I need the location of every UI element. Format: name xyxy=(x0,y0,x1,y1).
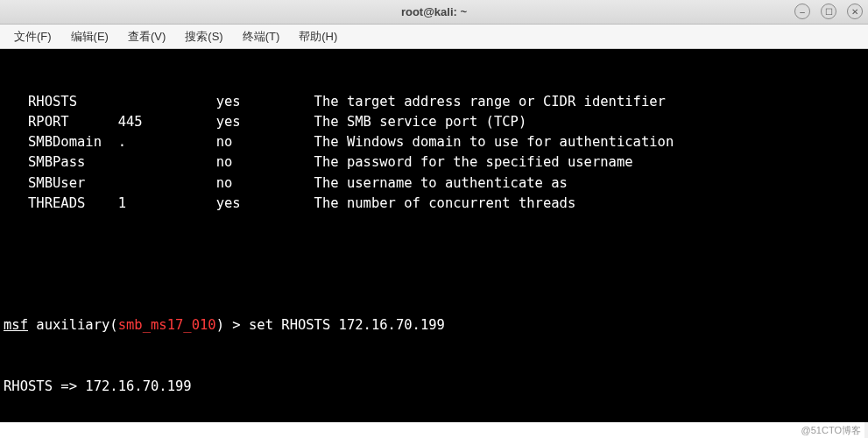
option-row: RPORT 445 yes The SMB service port (TCP) xyxy=(4,112,864,132)
menu-help[interactable]: 帮助(H) xyxy=(290,26,346,47)
titlebar: root@kali: ~ – ☐ ✕ xyxy=(0,0,868,25)
window-title: root@kali: ~ xyxy=(401,5,467,18)
module-options: RHOSTS yes The target address range or C… xyxy=(4,92,864,215)
watermark: @51CTO博客 xyxy=(0,422,864,438)
option-row: SMBUser no The username to authenticate … xyxy=(4,173,864,194)
maximize-button[interactable]: ☐ xyxy=(821,4,836,19)
terminal-area[interactable]: RHOSTS yes The target address range or C… xyxy=(0,49,868,422)
close-button[interactable]: ✕ xyxy=(847,4,863,19)
menu-search[interactable]: 搜索(S) xyxy=(176,26,231,47)
prompt-set: msf auxiliary(smb_ms17_010) > set RHOSTS… xyxy=(4,315,864,336)
option-row: SMBDomain . no The Windows domain to use… xyxy=(4,132,864,152)
menubar: 文件(F) 编辑(E) 查看(V) 搜索(S) 终端(T) 帮助(H) xyxy=(0,25,868,49)
minimize-button[interactable]: – xyxy=(794,4,810,19)
set-response: RHOSTS => 172.16.70.199 xyxy=(4,377,864,397)
menu-terminal[interactable]: 终端(T) xyxy=(234,26,289,47)
blank xyxy=(4,255,864,275)
menu-view[interactable]: 查看(V) xyxy=(119,26,174,47)
option-row: RHOSTS yes The target address range or C… xyxy=(4,92,864,112)
menu-file[interactable]: 文件(F) xyxy=(5,26,60,47)
menu-edit[interactable]: 编辑(E) xyxy=(62,26,117,47)
option-row: SMBPass no The password for the specifie… xyxy=(4,152,864,173)
window-controls: – ☐ ✕ xyxy=(794,4,863,19)
option-row: THREADS 1 yes The number of concurrent t… xyxy=(4,194,864,214)
